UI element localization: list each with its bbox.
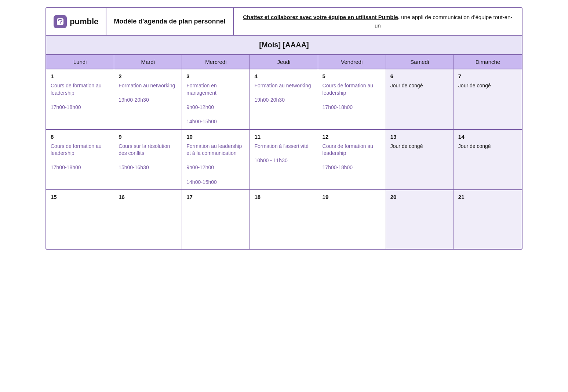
day-number: 7 xyxy=(458,73,517,79)
day-event: Formation en management9h00-12h0014h00-1… xyxy=(186,82,245,126)
day-event: Cours de formation au leadership17h00-18… xyxy=(323,82,381,111)
day-event: Formation au leadership et à la communic… xyxy=(186,143,245,186)
day-cell-17: 17 xyxy=(182,190,250,249)
day-number: 20 xyxy=(390,194,449,200)
day-cell-18: 18 xyxy=(250,190,318,249)
day-cell-16: 16 xyxy=(114,190,182,249)
day-cell-7: 7Jour de congé xyxy=(454,69,522,130)
day-cell-21: 21 xyxy=(454,190,522,249)
day-cell-2: 2Formation au networking19h00-20h30 xyxy=(114,69,182,130)
day-number: 18 xyxy=(254,194,313,200)
day-number: 5 xyxy=(323,73,381,79)
day-cell-5: 5Cours de formation au leadership17h00-1… xyxy=(318,69,386,130)
day-event: Formation au networking19h00-20h30 xyxy=(254,82,313,104)
calendar-wrapper: pumble Modèle d'agenda de plan personnel… xyxy=(45,7,523,250)
day-cell-13: 13Jour de congé xyxy=(386,130,454,190)
day-event: Cours de formation au leadership17h00-18… xyxy=(51,82,109,111)
day-number: 4 xyxy=(254,73,313,79)
header-promo-text: Chattez et collaborez avec votre équipe … xyxy=(243,13,513,30)
day-header-jeudi: Jeudi xyxy=(250,55,318,69)
day-number: 8 xyxy=(51,134,109,140)
day-cell-8: 8Cours de formation au leadership17h00-1… xyxy=(46,130,114,190)
day-cell-14: 14Jour de congé xyxy=(454,130,522,190)
logo-cell: pumble xyxy=(46,8,106,35)
day-cell-11: 11Formation à l'assertivité10h00 - 11h30 xyxy=(250,130,318,190)
day-number: 6 xyxy=(390,73,449,79)
day-cell-19: 19 xyxy=(318,190,386,249)
day-header-mercredi: Mercredi xyxy=(182,55,250,69)
day-event: Jour de congé xyxy=(390,82,449,90)
day-event: Cours sur la résolution des conflits15h0… xyxy=(119,143,177,171)
days-header: LundiMardiMercrediJeudiVendrediSamediDim… xyxy=(46,55,522,69)
day-cell-20: 20 xyxy=(386,190,454,249)
day-cell-1: 1Cours de formation au leadership17h00-1… xyxy=(46,69,114,130)
day-number: 13 xyxy=(390,134,449,140)
day-number: 19 xyxy=(323,194,381,200)
day-number: 15 xyxy=(51,194,109,200)
promo-link[interactable]: Chattez et collaborez avec votre équipe … xyxy=(243,14,400,20)
day-header-dimanche: Dimanche xyxy=(454,55,522,69)
day-cell-4: 4Formation au networking19h00-20h30 xyxy=(250,69,318,130)
day-number: 14 xyxy=(458,134,517,140)
day-cell-15: 15 xyxy=(46,190,114,249)
day-number: 2 xyxy=(119,73,177,79)
day-event: Cours de formation au leadership17h00-18… xyxy=(51,143,109,171)
day-number: 1 xyxy=(51,73,109,79)
day-number: 12 xyxy=(323,134,381,140)
day-event: Formation au networking19h00-20h30 xyxy=(119,82,177,104)
day-event: Formation à l'assertivité10h00 - 11h30 xyxy=(254,143,313,164)
day-event: Jour de congé xyxy=(390,143,449,150)
day-number: 21 xyxy=(458,194,517,200)
day-cell-12: 12Cours de formation au leadership17h00-… xyxy=(318,130,386,190)
day-header-vendredi: Vendredi xyxy=(318,55,386,69)
day-cell-9: 9Cours sur la résolution des conflits15h… xyxy=(114,130,182,190)
day-event: Jour de congé xyxy=(458,143,517,150)
calendar-grid: 1Cours de formation au leadership17h00-1… xyxy=(46,69,522,249)
day-number: 10 xyxy=(186,134,245,140)
pumble-icon xyxy=(54,15,67,28)
day-header-mardi: Mardi xyxy=(114,55,182,69)
header-title-cell: Modèle d'agenda de plan personnel xyxy=(106,8,233,35)
day-number: 16 xyxy=(119,194,177,200)
header-title: Modèle d'agenda de plan personnel xyxy=(114,18,225,25)
day-event: Cours de formation au leadership17h00-18… xyxy=(323,143,381,171)
day-number: 17 xyxy=(186,194,245,200)
day-event: Jour de congé xyxy=(458,82,517,90)
svg-point-1 xyxy=(60,23,61,24)
header-row: pumble Modèle d'agenda de plan personnel… xyxy=(46,8,522,36)
day-cell-10: 10Formation au leadership et à la commun… xyxy=(182,130,250,190)
day-number: 11 xyxy=(254,134,313,140)
header-promo-cell: Chattez et collaborez avec votre équipe … xyxy=(234,8,522,35)
day-header-samedi: Samedi xyxy=(386,55,454,69)
day-header-lundi: Lundi xyxy=(46,55,114,69)
month-title: [Mois] [AAAA] xyxy=(46,36,522,55)
day-number: 3 xyxy=(186,73,245,79)
day-cell-3: 3Formation en management9h00-12h0014h00-… xyxy=(182,69,250,130)
logo-text: pumble xyxy=(70,17,98,26)
day-cell-6: 6Jour de congé xyxy=(386,69,454,130)
day-number: 9 xyxy=(119,134,177,140)
